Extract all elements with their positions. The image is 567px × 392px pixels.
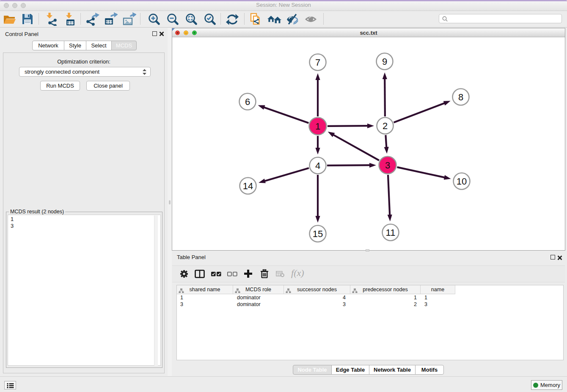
svg-text:11: 11 bbox=[386, 227, 396, 238]
svg-text:10: 10 bbox=[457, 176, 467, 187]
svg-text:4: 4 bbox=[315, 160, 320, 171]
svg-text:9: 9 bbox=[382, 56, 387, 67]
svg-text:15: 15 bbox=[313, 229, 323, 239]
svg-text:1: 1 bbox=[315, 121, 320, 132]
svg-text:8: 8 bbox=[458, 92, 463, 102]
svg-text:7: 7 bbox=[315, 57, 320, 68]
svg-text:2: 2 bbox=[383, 121, 388, 131]
svg-text:3: 3 bbox=[385, 160, 390, 171]
svg-text:14: 14 bbox=[243, 181, 253, 191]
svg-text:6: 6 bbox=[245, 97, 250, 107]
